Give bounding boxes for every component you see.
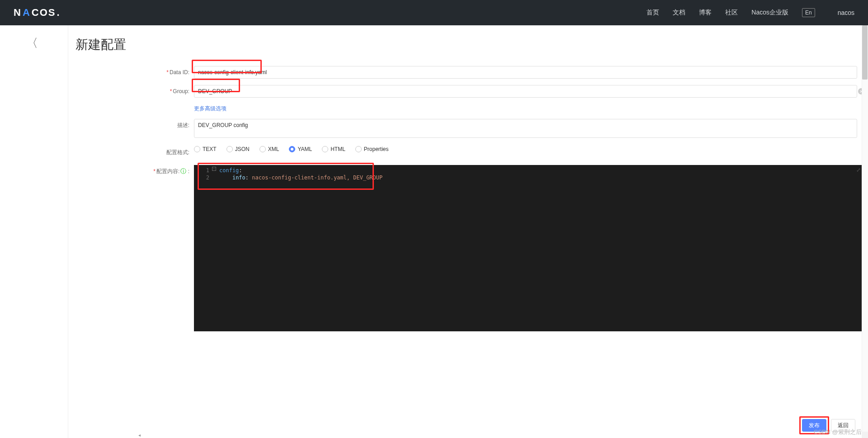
top-nav: 首页 文档 博客 社区 Nacos企业版 En nacos (646, 8, 854, 17)
label-description: 描述: (72, 119, 194, 132)
lang-toggle[interactable]: En (802, 8, 815, 17)
logo[interactable]: NACOS. (14, 7, 61, 19)
scrollbar-thumb[interactable] (862, 25, 868, 80)
vertical-scrollbar[interactable] (862, 25, 868, 438)
radio-properties[interactable]: Properties (355, 146, 389, 152)
radio-xml[interactable]: XML (259, 146, 279, 152)
nav-enterprise[interactable]: Nacos企业版 (751, 9, 788, 17)
radio-json[interactable]: JSON (226, 146, 250, 152)
hscroll-left-icon[interactable]: ◂ (136, 432, 142, 438)
publish-button[interactable]: 发布 (802, 419, 826, 432)
nav-home[interactable]: 首页 (646, 9, 659, 17)
editor-content[interactable]: config: info: nacos-config-client-info.y… (219, 165, 865, 331)
nav-community[interactable]: 社区 (725, 9, 738, 17)
label-group: *Group: (72, 85, 194, 98)
code-editor[interactable]: 1 2 − config: info: nacos-config-client-… (194, 165, 865, 331)
radio-yaml[interactable]: YAML (289, 146, 312, 152)
data-id-input[interactable] (194, 66, 857, 79)
help-icon[interactable]: ⓘ (180, 168, 186, 174)
label-format: 配置格式: (72, 146, 194, 159)
description-textarea[interactable]: DEV_GROUP config (194, 119, 857, 138)
app-header: NACOS. 首页 文档 博客 社区 Nacos企业版 En nacos (0, 0, 868, 25)
radio-text[interactable]: TEXT (194, 146, 217, 152)
label-data-id: *Data ID: (72, 66, 194, 79)
nav-docs[interactable]: 文档 (673, 9, 685, 17)
side-column: 〈 (0, 25, 68, 438)
nav-blog[interactable]: 博客 (699, 9, 712, 17)
group-input[interactable] (194, 85, 857, 98)
back-arrow-icon[interactable]: 〈 (0, 25, 68, 51)
radio-html[interactable]: HTML (322, 146, 345, 152)
format-radio-group: TEXT JSON XML YAML HTML Properties (194, 146, 857, 152)
editor-gutter: 1 2 (194, 165, 212, 331)
editor-search-icon[interactable]: ⤢ (856, 167, 861, 173)
footer-actions: 发布 返回 (802, 419, 855, 432)
advanced-options-link[interactable]: 更多高级选项 (194, 105, 226, 113)
user-menu[interactable]: nacos (838, 9, 854, 16)
fold-icon[interactable]: − (212, 167, 216, 171)
back-button[interactable]: 返回 (831, 419, 855, 432)
main-scroll[interactable]: 新建配置 *Data ID: *Group: ✕ (68, 25, 868, 438)
page-title: 新建配置 (75, 36, 868, 53)
fold-column: − (212, 165, 217, 331)
label-content: *配置内容:ⓘ : (72, 165, 194, 178)
scroll-corner (862, 432, 868, 438)
